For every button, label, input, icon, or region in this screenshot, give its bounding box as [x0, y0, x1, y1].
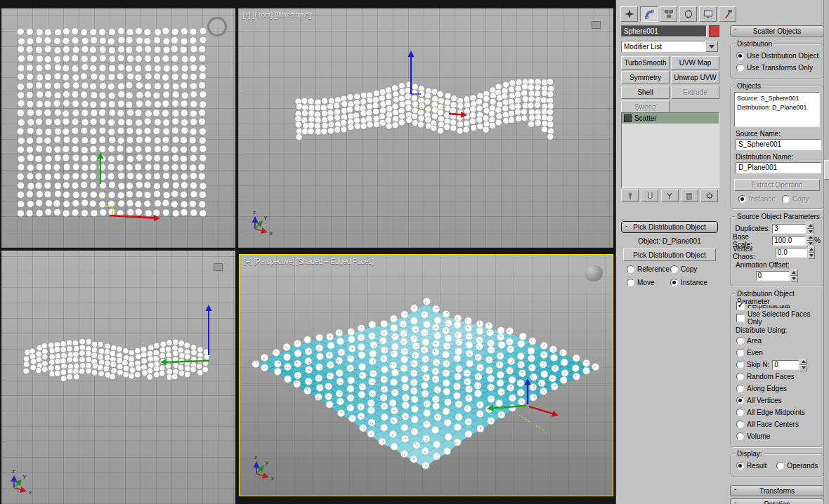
modifier-button-unwrapuvw[interactable]: Unwrap UVW — [671, 71, 719, 84]
radio-result[interactable] — [736, 462, 744, 470]
tab-create[interactable] — [620, 6, 638, 22]
viewport-perspective-label[interactable]: [+] [Perspective] [Shaded + Edged Faces] — [244, 258, 374, 265]
modifier-list-arrow-button[interactable] — [705, 41, 718, 52]
viewport-left-nav-box[interactable] — [214, 263, 223, 271]
operand-distribution[interactable]: Distribution: D_Plane001 — [737, 103, 817, 112]
radio-volume[interactable] — [736, 432, 744, 440]
spinner-up[interactable] — [808, 246, 815, 253]
tab-hierarchy[interactable] — [660, 6, 677, 22]
command-panel-tabs — [620, 6, 736, 22]
pick-distribution-rollout-header[interactable]: - Pick Distribution Object — [621, 221, 718, 233]
vertex-chaos-spinner[interactable] — [808, 246, 815, 259]
pin-stack-button[interactable] — [621, 190, 639, 202]
radio-instance[interactable] — [670, 279, 678, 286]
modifier-list-dropdown[interactable]: Modifier List — [621, 41, 718, 52]
extract-operand-button[interactable]: Extract Operand — [734, 179, 820, 191]
modifier-stack[interactable]: Scatter — [621, 112, 719, 188]
checkbox-use-selected-faces[interactable] — [736, 314, 745, 322]
viewport-front-label[interactable]: [+] [Front] [Wireframe] — [242, 11, 311, 19]
use-transforms-only-row: Use Transforms Only — [733, 62, 821, 74]
modifier-button-shell[interactable]: Shell — [621, 86, 670, 99]
object-name-row: Sphere001 — [621, 25, 719, 37]
duplicates-spinner[interactable] — [807, 223, 814, 235]
radio-use-distribution-object[interactable] — [736, 52, 744, 60]
modifier-button-turbosmooth[interactable]: TurboSmooth — [621, 56, 670, 69]
skip-n-spinner[interactable] — [799, 359, 807, 371]
spinner-down[interactable] — [790, 276, 798, 282]
radio-extract-copy[interactable] — [782, 195, 790, 203]
skip-n-field[interactable]: 0 — [772, 360, 799, 370]
configure-modifier-sets-button[interactable] — [700, 190, 718, 202]
radio-along-edges[interactable] — [736, 385, 744, 392]
vertex-chaos-field[interactable]: 0.0 — [776, 248, 807, 258]
radio-extract-instance[interactable] — [738, 195, 746, 203]
radio-reference[interactable] — [627, 265, 634, 273]
panel-scrollbar-thumb[interactable] — [824, 160, 829, 180]
pick-distribution-object-button[interactable]: Pick Distribution Object — [623, 248, 716, 261]
stack-item-label: Scatter — [634, 114, 657, 122]
radio-move[interactable] — [627, 279, 634, 286]
spinner-up[interactable] — [799, 359, 807, 365]
object-color-swatch[interactable] — [709, 25, 719, 37]
operand-source[interactable]: Source: S_Sphere001 — [737, 94, 817, 103]
radio-operands[interactable] — [776, 462, 784, 470]
radio-area[interactable] — [736, 337, 744, 345]
tab-modify[interactable] — [640, 6, 658, 22]
scatter-object-icon — [624, 114, 632, 122]
tab-display[interactable] — [699, 6, 717, 22]
object-name-field[interactable]: Sphere001 — [621, 25, 707, 37]
transforms-rollout-header[interactable]: - Transforms — [730, 485, 824, 496]
spinner-down[interactable] — [799, 365, 807, 371]
viewport-top[interactable] — [1, 8, 235, 248]
viewport-left[interactable]: xyz — [1, 251, 235, 504]
radio-all-face-centers[interactable] — [736, 420, 744, 428]
collapse-icon: - — [625, 222, 627, 230]
modifier-button-uvwmap[interactable]: UVW Map — [671, 56, 719, 69]
view-rotate-gizmo[interactable] — [207, 17, 227, 37]
animation-offset-field[interactable]: 0 — [756, 271, 790, 281]
spinner-down[interactable] — [808, 253, 815, 259]
spinner-up[interactable] — [807, 223, 814, 229]
volume-row: Volume — [733, 430, 821, 442]
svg-text:z: z — [254, 454, 257, 460]
radio-use-transforms-only[interactable] — [736, 64, 744, 72]
radio-skip-n[interactable] — [736, 361, 744, 369]
radio-all-edge-midpoints[interactable] — [736, 409, 744, 416]
base-scale-spinner[interactable] — [807, 234, 814, 247]
radio-copy[interactable] — [670, 265, 678, 273]
animation-offset-spinner[interactable] — [790, 270, 798, 282]
duplicates-field[interactable]: 3 — [772, 224, 806, 234]
radio-label: Result — [747, 462, 766, 470]
group-label: Source Object Parameters — [735, 213, 822, 220]
tab-motion[interactable] — [679, 6, 697, 22]
tab-utilities[interactable] — [719, 6, 736, 22]
rollout-title: Transforms — [759, 487, 795, 495]
operands-listbox[interactable]: Source: S_Sphere001 Distribution: D_Plan… — [734, 92, 820, 127]
viewcube-ball[interactable] — [585, 265, 603, 281]
show-end-result-button[interactable] — [641, 190, 658, 202]
all-edge-midpoints-row: All Edge Midpoints — [733, 406, 821, 418]
checkbox-perpendicular[interactable] — [736, 302, 745, 310]
panel-scrollbar[interactable] — [823, 0, 829, 504]
modifier-stack-item-scatter[interactable]: Scatter — [622, 113, 719, 124]
distribution-name-field[interactable]: D_Plane001 — [736, 162, 821, 173]
modify-icon — [644, 9, 654, 19]
rotation-rollout-header[interactable]: - Rotation — [730, 498, 824, 504]
modifier-button-extrude[interactable]: Extrude — [671, 86, 719, 99]
radio-even[interactable] — [736, 349, 744, 357]
viewport-front-nav-box[interactable] — [592, 21, 601, 29]
display-options-row: Result Operands — [733, 460, 821, 472]
modifier-button-symmetry[interactable]: Symmetry — [621, 71, 670, 84]
source-name-field[interactable]: S_Sphere001 — [736, 139, 821, 150]
remove-modifier-button[interactable] — [681, 190, 698, 202]
make-unique-button[interactable] — [661, 190, 679, 202]
radio-all-vertices[interactable] — [736, 397, 744, 404]
svg-text:y: y — [23, 473, 26, 479]
spinner-up[interactable] — [790, 270, 798, 276]
spinner-up[interactable] — [807, 234, 814, 241]
viewport-perspective[interactable]: xyz [+] [Perspective] [Shaded + Edged Fa… — [239, 254, 613, 496]
scatter-objects-rollout-header[interactable]: - Scatter Objects — [730, 25, 824, 37]
radio-random-faces[interactable] — [736, 373, 744, 380]
base-scale-field[interactable]: 100.0 — [772, 236, 806, 246]
viewport-front[interactable]: xyz [+] [Front] [Wireframe] — [238, 8, 613, 248]
